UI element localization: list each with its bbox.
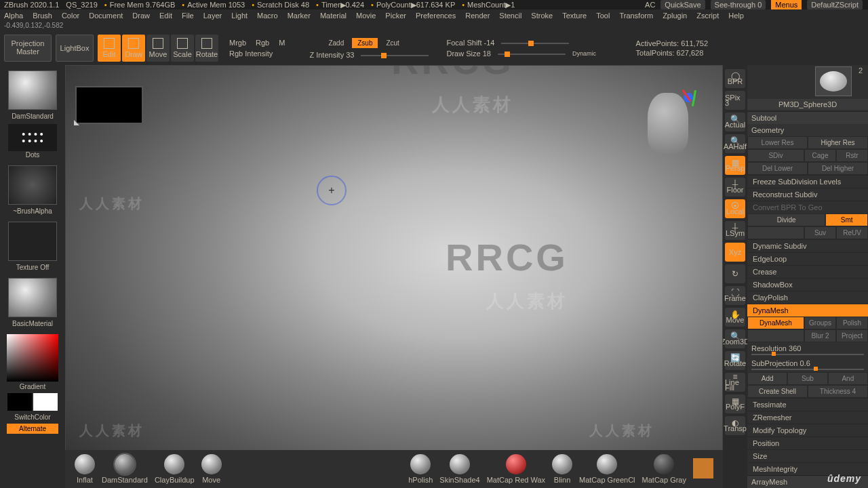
shelf-extra[interactable] (693, 458, 713, 480)
crease-header[interactable]: Crease (747, 265, 868, 278)
project-toggle[interactable]: Project (836, 329, 868, 342)
menu-picker[interactable]: Picker (385, 12, 406, 20)
material-thumbnail[interactable] (8, 278, 57, 317)
m-option[interactable]: M (279, 39, 285, 47)
stroke-thumbnail[interactable] (8, 124, 57, 151)
draw-size-slider[interactable]: Draw Size 18 (446, 49, 490, 58)
brush-thumbnail[interactable] (8, 70, 57, 110)
viewport-frame-button[interactable]: ⛶Frame (725, 286, 745, 305)
resolution-slider[interactable]: Resolution 360 (747, 342, 868, 357)
blur-slider[interactable]: Blur 2 (804, 329, 836, 342)
viewport-actual-button[interactable]: 🔍Actual (725, 113, 745, 131)
shelf-hpolish[interactable]: hPolish (408, 454, 433, 484)
mrgb-option[interactable]: Mrgb (229, 39, 246, 47)
menu-edit[interactable]: Edit (159, 12, 172, 20)
viewport-aahalf-button[interactable]: 🔍AAHalf (725, 134, 745, 153)
reference-thumbnail[interactable] (75, 86, 143, 124)
cage-button[interactable]: Cage (804, 149, 836, 162)
edit-mode-button[interactable]: Edit (98, 35, 121, 62)
shelf-claybuildup[interactable]: ClayBuildup (155, 454, 195, 484)
menu-stencil[interactable]: Stencil (499, 12, 521, 20)
viewport-move-button[interactable]: ✋Move (725, 308, 745, 327)
shelf-move[interactable]: Move (201, 454, 222, 484)
lower-res-button[interactable]: Lower Res (747, 136, 808, 149)
move-mode-button[interactable]: Move (146, 35, 170, 62)
freeze-subdiv-button[interactable]: Freeze SubDivision Levels (747, 175, 868, 188)
sub-button[interactable]: Sub (787, 372, 827, 385)
viewport-line-fill-button[interactable]: ≡Line Fill (725, 373, 745, 392)
del-higher-button[interactable]: Del Higher (808, 162, 868, 175)
dynamic-toggle[interactable]: Dynamic (572, 50, 596, 57)
shelf-inflat[interactable]: Inflat (75, 454, 95, 484)
zadd-button[interactable]: Zadd (323, 38, 349, 48)
menu-zscript[interactable]: Zscript (696, 12, 719, 20)
rgb-option[interactable]: Rgb (256, 39, 269, 47)
viewport-icon-button[interactable]: ↻ (725, 264, 745, 283)
menu-brush[interactable]: Brush (33, 12, 52, 20)
subtool-header[interactable]: Subtool (747, 111, 868, 124)
scale-mode-button[interactable]: Scale (171, 35, 194, 62)
focal-shift-slider[interactable]: Focal Shift -14 (446, 39, 494, 47)
viewport-canvas[interactable]: RRCG 人人素材 RRCG 人人素材 人人素材 人人素材 人人素材 (65, 65, 723, 488)
shelf-damstandard[interactable]: DamStandard (102, 454, 148, 484)
geometry-header[interactable]: Geometry (747, 124, 868, 136)
and-button[interactable]: And (828, 372, 868, 385)
menu-marker[interactable]: Marker (288, 12, 311, 20)
edgeloop-header[interactable]: EdgeLoop (747, 252, 868, 265)
z-intensity-slider[interactable]: Z Intensity 33 (309, 51, 354, 59)
create-shell-button[interactable]: Create Shell (747, 385, 808, 398)
convert-bpr-button[interactable]: Convert BPR To Geo (747, 201, 868, 214)
projection-master-button[interactable]: Projection Master (4, 35, 52, 62)
tool-thumbnail[interactable] (815, 66, 852, 96)
shelf-blinn[interactable]: Blinn (552, 454, 572, 484)
subprojection-slider[interactable]: SubProjection 0.6 (747, 357, 868, 372)
rotate-mode-button[interactable]: Rotate (195, 35, 218, 62)
divide-button[interactable]: Divide (747, 214, 825, 226)
menu-document[interactable]: Document (89, 12, 123, 20)
dynamesh-header[interactable]: DynaMesh (747, 304, 868, 317)
menu-alpha[interactable]: Alpha (4, 12, 23, 20)
dynamesh-button[interactable]: DynaMesh (747, 317, 804, 329)
sdiv-slider[interactable]: SDiv (747, 149, 804, 162)
shelf-gray[interactable]: MatCap Gray (642, 454, 686, 484)
shelf-skinshade4[interactable]: SkinShade4 (439, 454, 479, 484)
claypolish-header[interactable]: ClayPolish (747, 291, 868, 304)
viewport-zoom3d-button[interactable]: 🔍Zoom3D (725, 329, 745, 348)
viewport-persp-button[interactable]: ▦Persp (725, 156, 745, 175)
alpha-thumbnail[interactable] (8, 165, 57, 205)
viewport-floor-button[interactable]: ┼Floor (725, 178, 745, 197)
menu-render[interactable]: Render (465, 12, 490, 20)
zsub-button[interactable]: Zsub (352, 38, 378, 48)
axis-gizmo-icon[interactable] (686, 86, 695, 104)
alternate-button[interactable]: Alternate (7, 424, 58, 434)
seethrough-slider[interactable]: See-through 0 (711, 0, 766, 9)
dynamic-subdiv-header[interactable]: Dynamic Subdiv (747, 239, 868, 252)
menu-zplugin[interactable]: Zplugin (663, 12, 687, 20)
menu-draw[interactable]: Draw (132, 12, 150, 20)
menu-help[interactable]: Help (728, 12, 744, 20)
menu-tool[interactable]: Tool (596, 12, 610, 20)
position-header[interactable]: Position (747, 436, 868, 449)
tessimate-header[interactable]: Tessimate (747, 398, 868, 411)
texture-thumbnail[interactable] (8, 222, 57, 261)
higher-res-button[interactable]: Higher Res (808, 136, 868, 149)
size-header[interactable]: Size (747, 449, 868, 462)
del-lower-button[interactable]: Del Lower (747, 162, 808, 175)
smt-toggle[interactable]: Smt (825, 214, 868, 226)
menu-movie[interactable]: Movie (356, 12, 376, 20)
menu-file[interactable]: File (182, 12, 194, 20)
viewport-polyf-button[interactable]: ▦PolyF (725, 394, 745, 413)
polish-toggle[interactable]: Polish (836, 317, 868, 329)
head-preview-icon[interactable] (648, 93, 688, 154)
viewport-transp-button[interactable]: ◐Transp (725, 416, 745, 435)
menu-layer[interactable]: Layer (203, 12, 222, 20)
draw-mode-button[interactable]: Draw (122, 35, 145, 62)
viewport-bpr-button[interactable]: ◯BPR (725, 69, 745, 88)
shelf-greencl[interactable]: MatCap GreenCl (579, 454, 635, 484)
gradient-label[interactable]: Gradient (20, 383, 45, 390)
quicksave-button[interactable]: QuickSave (660, 0, 705, 9)
viewport-xyz-button[interactable]: Xyz (725, 243, 745, 262)
shelf-redwax[interactable]: MatCap Red Wax (487, 454, 545, 484)
zremesher-header[interactable]: ZRemesher (747, 411, 868, 424)
menu-light[interactable]: Light (231, 12, 248, 20)
